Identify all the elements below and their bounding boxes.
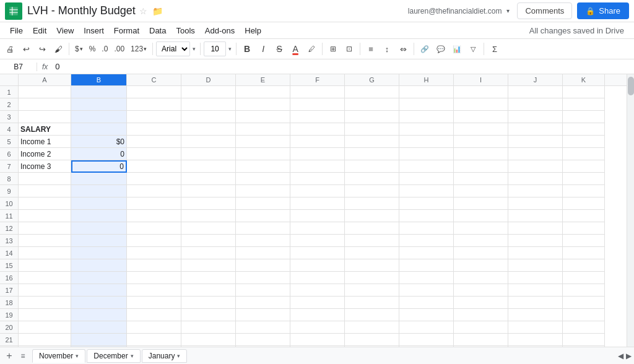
cell[interactable] bbox=[71, 111, 127, 123]
cell[interactable] bbox=[127, 321, 181, 334]
cell[interactable] bbox=[181, 123, 236, 136]
cell[interactable] bbox=[127, 247, 181, 259]
col-header-b[interactable]: B bbox=[71, 74, 127, 85]
cell[interactable] bbox=[236, 185, 290, 197]
col-header-a[interactable]: A bbox=[19, 74, 71, 85]
cell[interactable] bbox=[345, 136, 399, 148]
cell[interactable] bbox=[236, 297, 290, 309]
cell[interactable] bbox=[127, 197, 181, 210]
cell[interactable] bbox=[454, 136, 508, 148]
cell[interactable] bbox=[290, 123, 345, 136]
share-button[interactable]: 🔒 Share bbox=[577, 2, 629, 19]
cell[interactable] bbox=[71, 222, 127, 235]
cell[interactable] bbox=[508, 284, 563, 297]
cell[interactable] bbox=[236, 222, 290, 235]
row-number[interactable]: 18 bbox=[0, 297, 19, 309]
cell[interactable] bbox=[454, 235, 508, 247]
cell[interactable] bbox=[508, 272, 563, 284]
add-sheet-button[interactable]: + bbox=[2, 349, 16, 363]
cell[interactable] bbox=[508, 160, 563, 173]
menu-tools[interactable]: Tools bbox=[171, 25, 199, 37]
cell[interactable] bbox=[71, 86, 127, 98]
cell[interactable] bbox=[236, 284, 290, 297]
cell[interactable] bbox=[508, 210, 563, 222]
decimal-increase-button[interactable]: .00 bbox=[111, 41, 127, 56]
cell[interactable] bbox=[236, 321, 290, 334]
cell[interactable] bbox=[290, 222, 345, 235]
cell[interactable] bbox=[127, 111, 181, 123]
cell[interactable] bbox=[345, 148, 399, 160]
cell[interactable] bbox=[127, 222, 181, 235]
sheet-list-button[interactable]: ≡ bbox=[16, 349, 30, 363]
cell[interactable] bbox=[399, 222, 454, 235]
cell[interactable] bbox=[454, 272, 508, 284]
cell[interactable] bbox=[454, 259, 508, 272]
cell[interactable] bbox=[399, 272, 454, 284]
cell[interactable] bbox=[454, 297, 508, 309]
cell[interactable] bbox=[19, 297, 71, 309]
cell[interactable] bbox=[71, 346, 127, 347]
cell[interactable] bbox=[454, 210, 508, 222]
cell[interactable] bbox=[454, 247, 508, 259]
cell[interactable] bbox=[345, 272, 399, 284]
col-header-j[interactable]: J bbox=[508, 74, 563, 85]
cell[interactable] bbox=[345, 123, 399, 136]
cell[interactable] bbox=[19, 284, 71, 297]
formula-input[interactable] bbox=[53, 62, 634, 71]
cell[interactable] bbox=[399, 111, 454, 123]
row-number[interactable]: 12 bbox=[0, 222, 19, 235]
cell[interactable] bbox=[563, 160, 605, 173]
col-header-f[interactable]: F bbox=[290, 74, 345, 85]
cell[interactable] bbox=[19, 210, 71, 222]
cell[interactable] bbox=[71, 173, 127, 185]
cell[interactable] bbox=[127, 235, 181, 247]
cell[interactable] bbox=[236, 173, 290, 185]
cell[interactable] bbox=[181, 86, 236, 98]
col-header-i[interactable]: I bbox=[454, 74, 508, 85]
sheet-tab-january[interactable]: January ▾ bbox=[142, 349, 188, 363]
row-number[interactable]: 19 bbox=[0, 309, 19, 321]
cell[interactable] bbox=[454, 160, 508, 173]
strikethrough-button[interactable]: S bbox=[272, 41, 287, 56]
row-number[interactable]: 7 bbox=[0, 160, 19, 173]
cell[interactable]: Income 2 bbox=[19, 148, 71, 160]
cell[interactable] bbox=[563, 185, 605, 197]
row-number[interactable]: 15 bbox=[0, 259, 19, 272]
menu-insert[interactable]: Insert bbox=[79, 25, 109, 37]
cell[interactable] bbox=[181, 136, 236, 148]
cell[interactable] bbox=[454, 346, 508, 347]
cell[interactable] bbox=[71, 197, 127, 210]
cell[interactable] bbox=[127, 334, 181, 346]
decimal-decrease-button[interactable]: .0 bbox=[99, 41, 110, 56]
row-number[interactable]: 10 bbox=[0, 197, 19, 210]
cell[interactable] bbox=[345, 346, 399, 347]
cell[interactable] bbox=[181, 148, 236, 160]
cell[interactable] bbox=[290, 309, 345, 321]
col-header-g[interactable]: G bbox=[345, 74, 399, 85]
cell[interactable] bbox=[563, 173, 605, 185]
cell[interactable] bbox=[71, 235, 127, 247]
cell[interactable] bbox=[345, 98, 399, 111]
scroll-left-button[interactable]: ◀ bbox=[618, 352, 623, 360]
cell[interactable] bbox=[236, 197, 290, 210]
col-header-d[interactable]: D bbox=[181, 74, 236, 85]
cell[interactable] bbox=[508, 346, 563, 347]
cell[interactable] bbox=[399, 321, 454, 334]
cell[interactable] bbox=[563, 222, 605, 235]
row-number[interactable]: 16 bbox=[0, 272, 19, 284]
cell[interactable] bbox=[127, 309, 181, 321]
cell[interactable] bbox=[19, 86, 71, 98]
menu-format[interactable]: Format bbox=[109, 25, 144, 37]
cell[interactable] bbox=[236, 98, 290, 111]
cell[interactable] bbox=[454, 197, 508, 210]
cell[interactable] bbox=[345, 259, 399, 272]
cell[interactable] bbox=[563, 346, 605, 347]
cell[interactable] bbox=[19, 235, 71, 247]
cell[interactable] bbox=[345, 297, 399, 309]
cell[interactable] bbox=[508, 98, 563, 111]
sheet-tab-november-arrow[interactable]: ▾ bbox=[76, 353, 79, 359]
cell[interactable] bbox=[563, 272, 605, 284]
cell[interactable] bbox=[127, 98, 181, 111]
comments-button[interactable]: Comments bbox=[517, 2, 572, 19]
cell[interactable] bbox=[345, 334, 399, 346]
